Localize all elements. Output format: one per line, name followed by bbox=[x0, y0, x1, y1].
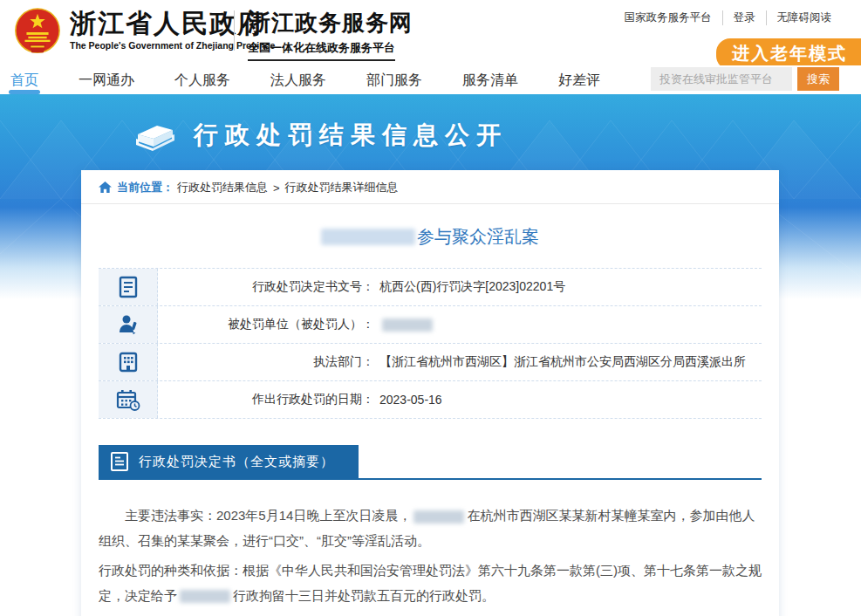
decision-paragraph: 行政处罚的种类和依据：根据《中华人民共和国治安管理处罚法》第六十九条第一款第(三… bbox=[99, 558, 762, 609]
case-info-table: 行政处罚决定书文号： 杭西公(西)行罚决字[2023]02201号 被处罚单位（… bbox=[99, 268, 762, 419]
portal-title: 浙江政务服务网 bbox=[248, 8, 413, 38]
nav-item-one-stop[interactable]: 一网通办 bbox=[79, 67, 134, 92]
document-icon bbox=[118, 276, 139, 298]
national-emblem-logo bbox=[12, 7, 63, 58]
table-row: 被处罚单位（被处罚人）： bbox=[99, 306, 762, 344]
site-header: 浙江省人民政府 The People's Government of Zheji… bbox=[0, 0, 861, 65]
decision-paragraph: 主要违法事实：2023年5月14日晚上至次日凌晨，在杭州市西湖区某某新村某幢某室… bbox=[99, 503, 762, 554]
field-label: 执法部门： bbox=[158, 344, 374, 380]
redacted-text bbox=[413, 510, 464, 524]
home-icon bbox=[99, 181, 112, 194]
nav-item-home[interactable]: 首页 bbox=[10, 67, 38, 92]
government-title-block: 浙江省人民政府 The People's Government of Zheji… bbox=[70, 9, 275, 51]
nav-search: 搜索 bbox=[651, 67, 839, 91]
nav-item-service-list[interactable]: 服务清单 bbox=[462, 67, 518, 92]
nav-item-rating[interactable]: 好差评 bbox=[558, 67, 600, 92]
redacted-text bbox=[180, 590, 230, 603]
header-divider bbox=[234, 10, 235, 51]
nav-item-department[interactable]: 部门服务 bbox=[366, 67, 422, 92]
nav-item-personal[interactable]: 个人服务 bbox=[174, 67, 230, 92]
table-row: 执法部门： 【浙江省杭州市西湖区】浙江省杭州市公安局西湖区分局西溪派出所 bbox=[99, 344, 762, 381]
case-title-text: 参与聚众淫乱案 bbox=[417, 227, 539, 246]
content-card: 当前位置： 行政处罚结果信息 > 行政处罚结果详细信息 参与聚众淫乱案 行政处罚… bbox=[81, 170, 779, 616]
table-row: 行政处罚决定书文号： 杭西公(西)行罚决字[2023]02201号 bbox=[99, 269, 762, 306]
portal-subtitle: 全国一体化在线政务服务平台 bbox=[248, 40, 395, 61]
link-national-platform[interactable]: 国家政务服务平台 bbox=[614, 10, 722, 25]
field-label: 作出行政处罚的日期： bbox=[158, 381, 374, 418]
field-label: 被处罚单位（被处罚人）： bbox=[158, 306, 374, 343]
site-title: 浙江省人民政府 bbox=[70, 9, 275, 38]
redacted-value bbox=[382, 318, 433, 332]
breadcrumb-level1[interactable]: 行政处罚结果信息 bbox=[177, 180, 268, 195]
link-login[interactable]: 登录 bbox=[722, 10, 766, 25]
field-value bbox=[374, 306, 435, 343]
building-icon bbox=[117, 351, 140, 373]
decision-section-header: 行政处罚决定书（全文或摘要） bbox=[99, 445, 762, 480]
decision-body: 主要违法事实：2023年5月14日晚上至次日凌晨，在杭州市西湖区某某新村某幢某室… bbox=[81, 480, 779, 616]
section-title: 行政处罚决定书（全文或摘要） bbox=[139, 454, 334, 470]
field-value: 杭西公(西)行罚决字[2023]02201号 bbox=[374, 269, 565, 305]
banner: 行政处罚结果信息公开 bbox=[131, 115, 508, 155]
search-input[interactable] bbox=[651, 67, 792, 91]
field-label: 行政处罚决定书文号： bbox=[158, 269, 374, 305]
case-title: 参与聚众淫乱案 bbox=[81, 225, 779, 249]
nav-item-legal-person[interactable]: 法人服务 bbox=[270, 67, 326, 92]
book-icon bbox=[131, 115, 176, 155]
breadcrumb-level2: 行政处罚结果详细信息 bbox=[285, 180, 399, 195]
redacted-name bbox=[321, 229, 415, 245]
calendar-clock-icon bbox=[116, 388, 140, 411]
breadcrumb: 当前位置： 行政处罚结果信息 > 行政处罚结果详细信息 bbox=[81, 170, 779, 204]
breadcrumb-separator: > bbox=[273, 181, 280, 195]
person-icon bbox=[117, 313, 140, 336]
field-value: 【浙江省杭州市西湖区】浙江省杭州市公安局西湖区分局西溪派出所 bbox=[374, 344, 746, 380]
document-text-icon bbox=[110, 451, 129, 472]
site-subtitle-en: The People's Government of Zhejiang Prov… bbox=[70, 40, 275, 51]
header-top-links: 国家政务服务平台 登录 无障碍阅读 bbox=[614, 10, 843, 25]
search-button[interactable]: 搜索 bbox=[797, 67, 839, 91]
portal-title-block: 浙江政务服务网 全国一体化在线政务服务平台 bbox=[248, 8, 413, 61]
breadcrumb-prefix: 当前位置： bbox=[117, 180, 174, 195]
field-value: 2023-05-16 bbox=[374, 381, 442, 418]
table-row: 作出行政处罚的日期： 2023-05-16 bbox=[99, 381, 762, 419]
link-accessibility[interactable]: 无障碍阅读 bbox=[766, 10, 843, 25]
main-nav: 首页 一网通办 个人服务 法人服务 部门服务 服务清单 好差评 搜索 bbox=[0, 65, 861, 94]
banner-title: 行政处罚结果信息公开 bbox=[194, 119, 508, 152]
decision-paragraph: 行政处罚的执行方式和期限：自收到本决定书之日起十五日内，凭本决定书到建设银行缴纳… bbox=[99, 612, 762, 616]
